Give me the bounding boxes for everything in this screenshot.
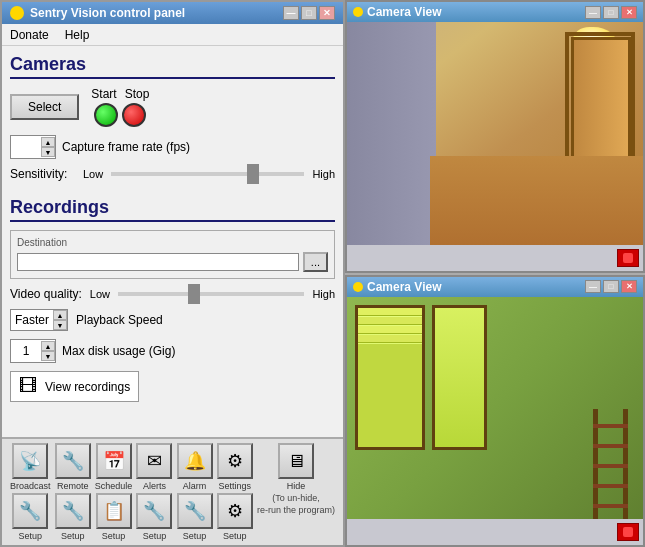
broadcast-setup-button[interactable]: 🔧 — [12, 493, 48, 529]
disk-input-group: 1 ▲ ▼ — [10, 339, 56, 363]
alerts-button[interactable]: ✉ — [136, 443, 172, 479]
title-controls: — □ ✕ — [283, 6, 335, 20]
broadcast-button[interactable]: 📡 — [12, 443, 48, 479]
hide-button[interactable]: 🖥 — [278, 443, 314, 479]
camera-2-minimize[interactable]: — — [585, 280, 601, 293]
help-menu[interactable]: Help — [65, 28, 90, 42]
destination-label: Destination — [17, 237, 328, 248]
app-icon — [10, 6, 24, 20]
schedule-group: 📅 Schedule 📋 Setup — [95, 443, 133, 541]
ladder — [593, 409, 628, 519]
remote-setup-button[interactable]: 🔧 — [55, 493, 91, 529]
camera-1-maximize[interactable]: □ — [603, 6, 619, 19]
camera-1-controls: — □ ✕ — [585, 6, 637, 19]
view-recordings-button[interactable]: 🎞 View recordings — [10, 371, 139, 402]
donate-menu[interactable]: Donate — [10, 28, 49, 42]
start-button[interactable] — [94, 103, 118, 127]
stop-button[interactable] — [122, 103, 146, 127]
playback-value: Faster — [11, 313, 53, 327]
start-stop-labels: Start Stop — [91, 87, 149, 101]
select-button[interactable]: Select — [10, 94, 79, 120]
camera-view-1: Camera View — □ ✕ — [345, 0, 645, 273]
destination-input[interactable]: X:\troy\lib\recordings — [17, 253, 299, 271]
remote-group: 🔧 Remote 🔧 Setup — [55, 443, 91, 541]
playback-down-button[interactable]: ▼ — [53, 320, 67, 330]
alarm-setup-button[interactable]: 🔧 — [177, 493, 213, 529]
disk-spinners: ▲ ▼ — [41, 341, 55, 361]
camera-1-record-button[interactable] — [617, 249, 639, 267]
disk-down-button[interactable]: ▼ — [41, 351, 55, 361]
hide-label: Hide — [287, 481, 306, 491]
maximize-button[interactable]: □ — [301, 6, 317, 20]
camera-1-close[interactable]: ✕ — [621, 6, 637, 19]
remote-setup-label: Setup — [61, 531, 85, 541]
camera-2-bottom-bar — [347, 519, 643, 545]
playback-label: Playback Speed — [76, 313, 163, 327]
settings-button[interactable]: ⚙ — [217, 443, 253, 479]
camera-2-record-button[interactable] — [617, 523, 639, 541]
alarm-group: 🔔 Alarm 🔧 Setup — [177, 443, 213, 541]
browse-button[interactable]: ... — [303, 252, 328, 272]
fps-down-button[interactable]: ▼ — [41, 147, 55, 157]
schedule-button[interactable]: 📅 — [96, 443, 132, 479]
green-scene — [347, 297, 643, 520]
camera-1-minimize[interactable]: — — [585, 6, 601, 19]
window-left — [355, 305, 425, 450]
fps-input[interactable]: 25 — [11, 136, 41, 158]
title-text: Sentry Vision control panel — [30, 6, 185, 20]
blind-strip-3 — [358, 326, 422, 334]
disk-input[interactable]: 1 — [11, 340, 41, 362]
stop-label: Stop — [125, 87, 150, 101]
record-indicator — [623, 253, 633, 263]
cameras-controls-row: Select Start Stop — [10, 87, 335, 127]
camera-2-title-bar: Camera View — □ ✕ — [347, 277, 643, 297]
cameras-title: Cameras — [10, 54, 335, 79]
camera-1-icon — [353, 7, 363, 17]
sensitivity-low: Low — [83, 168, 103, 180]
blind-strip-2 — [358, 317, 422, 325]
fps-spinners: ▲ ▼ — [41, 137, 55, 157]
disk-row: 1 ▲ ▼ Max disk usage (Gig) — [10, 339, 335, 363]
schedule-setup-button[interactable]: 📋 — [96, 493, 132, 529]
playback-group: Faster ▲ ▼ — [10, 309, 68, 331]
camera-2-controls: — □ ✕ — [585, 280, 637, 293]
sensitivity-high: High — [312, 168, 335, 180]
recordings-title: Recordings — [10, 197, 335, 222]
quality-slider[interactable] — [118, 292, 304, 296]
alarm-button[interactable]: 🔔 — [177, 443, 213, 479]
camera-1-title-bar: Camera View — □ ✕ — [347, 2, 643, 22]
minimize-button[interactable]: — — [283, 6, 299, 20]
camera-2-maximize[interactable]: □ — [603, 280, 619, 293]
panel-content: Cameras Select Start Stop 25 — [2, 46, 343, 437]
camera-1-title: Camera View — [367, 5, 442, 19]
disk-up-button[interactable]: ▲ — [41, 341, 55, 351]
playback-up-button[interactable]: ▲ — [53, 310, 67, 320]
destination-row: X:\troy\lib\recordings ... — [17, 252, 328, 272]
blind-strip-1 — [358, 308, 422, 316]
view-recordings-label: View recordings — [45, 380, 130, 394]
fps-input-group: 25 ▲ ▼ — [10, 135, 56, 159]
floor-area — [430, 156, 643, 245]
schedule-label: Schedule — [95, 481, 133, 491]
rung-5 — [593, 504, 628, 508]
remote-button[interactable]: 🔧 — [55, 443, 91, 479]
rung-4 — [593, 484, 628, 488]
camera-2-icon — [353, 282, 363, 292]
camera-view-2: Camera View — □ ✕ — [345, 275, 645, 548]
alarm-setup-label: Setup — [183, 531, 207, 541]
quality-label: Video quality: — [10, 287, 82, 301]
close-button[interactable]: ✕ — [319, 6, 335, 20]
settings-setup-label: Setup — [223, 531, 247, 541]
fps-label: Capture frame rate (fps) — [62, 140, 190, 154]
recordings-section: Recordings Destination X:\troy\lib\recor… — [10, 197, 335, 402]
title-bar: Sentry Vision control panel — □ ✕ — [2, 2, 343, 24]
settings-group: ⚙ Settings ⚙ Setup — [217, 443, 253, 541]
camera-2-close[interactable]: ✕ — [621, 280, 637, 293]
cameras-section: Cameras Select Start Stop 25 — [10, 54, 335, 181]
bathroom-scene — [347, 22, 643, 245]
sensitivity-slider[interactable] — [111, 172, 304, 176]
left-wall — [347, 22, 436, 245]
fps-up-button[interactable]: ▲ — [41, 137, 55, 147]
alerts-setup-button[interactable]: 🔧 — [136, 493, 172, 529]
settings-setup-button[interactable]: ⚙ — [217, 493, 253, 529]
